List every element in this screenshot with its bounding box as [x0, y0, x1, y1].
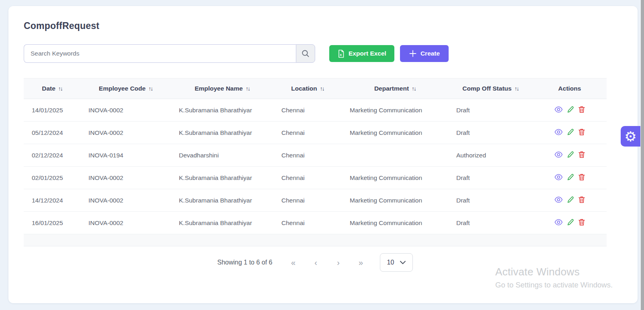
view-button[interactable] [554, 174, 563, 180]
view-button[interactable] [554, 151, 563, 158]
edit-button[interactable] [567, 106, 574, 113]
cell-employee-name: K.Subramania Bharathiyar [171, 122, 273, 144]
gear-icon: ⚙ [624, 130, 636, 143]
row-actions [554, 106, 585, 113]
settings-fab-button[interactable]: ⚙ [621, 126, 640, 147]
cell-location: Chennai [273, 212, 342, 234]
delete-button[interactable] [578, 196, 585, 203]
trash-icon [578, 174, 585, 181]
column-label: Location [291, 85, 317, 92]
toolbar: x Export Excel Create [24, 44, 622, 63]
chevron-down-icon [400, 260, 406, 265]
view-button[interactable] [554, 106, 563, 113]
column-header-department[interactable]: Department↑↓ [342, 79, 448, 99]
trash-icon [578, 106, 585, 113]
table-header-row: Date↑↓Employee Code↑↓Employee Name↑↓Loca… [24, 79, 607, 99]
column-header-date[interactable]: Date↑↓ [24, 79, 80, 99]
cell-department: Marketing Communication [342, 99, 448, 122]
scrollbar-thumb[interactable] [641, 0, 644, 310]
trash-icon [578, 151, 585, 158]
eye-icon [554, 106, 563, 113]
cell-status: Draft [448, 167, 533, 189]
next-page-button[interactable]: › [327, 258, 349, 267]
search-input[interactable] [24, 44, 296, 63]
compoff-request-table: Date↑↓Employee Code↑↓Employee Name↑↓Loca… [24, 78, 607, 234]
row-actions [554, 174, 585, 181]
delete-button[interactable] [578, 174, 585, 181]
table-row: 14/01/2025INOVA-0002K.Subramania Bharath… [24, 99, 607, 122]
last-page-button[interactable]: » [349, 258, 372, 267]
edit-button[interactable] [567, 151, 574, 158]
sort-icon[interactable]: ↑↓ [148, 85, 152, 92]
cell-actions [533, 144, 607, 167]
create-label: Create [420, 50, 440, 57]
edit-button[interactable] [567, 128, 574, 136]
delete-button[interactable] [578, 219, 585, 226]
column-label: Date [42, 85, 55, 92]
trash-icon [578, 219, 585, 226]
view-button[interactable] [554, 219, 563, 225]
column-header-employee-name[interactable]: Employee Name↑↓ [171, 79, 273, 99]
column-header-comp-off-status[interactable]: Comp Off Status↑↓ [448, 79, 533, 99]
edit-button[interactable] [567, 174, 574, 181]
table-row: 16/01/2025INOVA-0002K.Subramania Bharath… [24, 212, 607, 234]
create-button[interactable]: Create [400, 45, 449, 62]
cell-date: 05/12/2024 [24, 122, 80, 144]
table-row: 02/12/2024INOVA-0194DevadharshiniChennai… [24, 144, 607, 167]
cell-employee-name: K.Subramania Bharathiyar [171, 167, 273, 189]
cell-status: Draft [448, 212, 533, 234]
cell-date: 02/01/2025 [24, 167, 80, 189]
cell-employee-code: INOVA-0002 [80, 122, 171, 144]
sort-icon[interactable]: ↑↓ [515, 85, 519, 92]
cell-department: Marketing Communication [342, 167, 448, 189]
cell-actions [533, 189, 607, 212]
edit-button[interactable] [567, 219, 574, 226]
cell-department: Marketing Communication [342, 189, 448, 212]
vertical-scrollbar[interactable] [640, 0, 644, 310]
edit-button[interactable] [567, 196, 574, 203]
cell-actions [533, 167, 607, 189]
row-actions [554, 196, 585, 203]
cell-status: Draft [448, 99, 533, 122]
previous-page-button[interactable]: ‹ [304, 258, 327, 267]
table-row: 05/12/2024INOVA-0002K.Subramania Bharath… [24, 122, 607, 144]
sort-icon[interactable]: ↑↓ [320, 85, 324, 92]
column-header-location[interactable]: Location↑↓ [273, 79, 342, 99]
delete-button[interactable] [578, 128, 585, 136]
column-header-actions: Actions [533, 79, 607, 99]
search-button[interactable] [296, 44, 315, 63]
pagination-summary: Showing 1 to 6 of 6 [217, 259, 273, 266]
cell-date: 16/01/2025 [24, 212, 80, 234]
table-footer-band [24, 234, 607, 246]
eye-icon [554, 174, 563, 180]
column-label: Actions [558, 85, 581, 92]
first-page-button[interactable]: « [282, 258, 304, 267]
sort-icon[interactable]: ↑↓ [246, 85, 250, 92]
cell-employee-name: K.Subramania Bharathiyar [171, 212, 273, 234]
cell-employee-code: INOVA-0002 [80, 189, 171, 212]
cell-location: Chennai [273, 99, 342, 122]
pencil-icon [567, 106, 574, 113]
table-row: 14/12/2024INOVA-0002K.Subramania Bharath… [24, 189, 607, 212]
eye-icon [554, 129, 563, 135]
view-button[interactable] [554, 196, 563, 203]
cell-location: Chennai [273, 189, 342, 212]
export-excel-button[interactable]: x Export Excel [329, 45, 394, 62]
cell-location: Chennai [273, 122, 342, 144]
sort-icon[interactable]: ↑↓ [412, 85, 416, 92]
cell-employee-code: INOVA-0002 [80, 99, 171, 122]
page-size-select[interactable]: 10 [380, 253, 413, 272]
cell-status: Draft [448, 122, 533, 144]
row-actions [554, 151, 585, 158]
pagination: Showing 1 to 6 of 6 « ‹ › » 10 [24, 253, 607, 272]
view-button[interactable] [554, 129, 563, 135]
trash-icon [578, 196, 585, 203]
pencil-icon [567, 174, 574, 181]
cell-actions [533, 122, 607, 144]
page-title: CompoffRequest [24, 21, 622, 31]
sort-icon[interactable]: ↑↓ [58, 85, 62, 92]
eye-icon [554, 151, 563, 158]
column-header-employee-code[interactable]: Employee Code↑↓ [80, 79, 171, 99]
delete-button[interactable] [578, 106, 585, 113]
delete-button[interactable] [578, 151, 585, 158]
